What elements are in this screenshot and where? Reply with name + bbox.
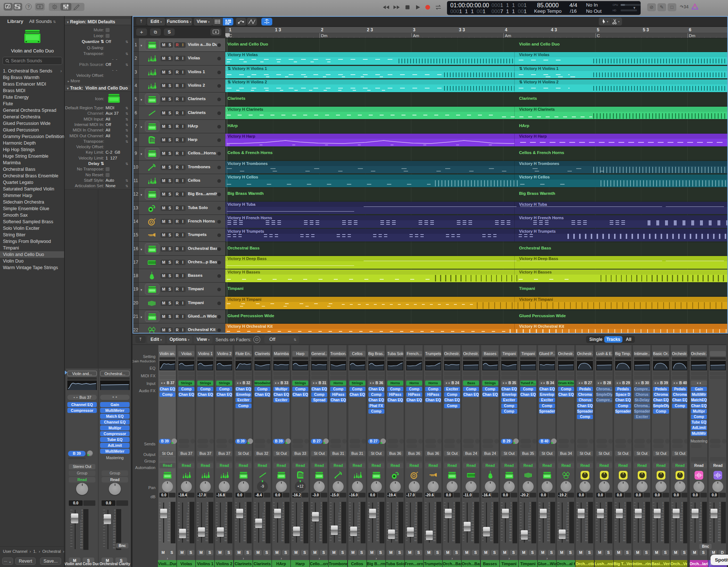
- svg-text:▾: ▾: [607, 20, 608, 23]
- svg-text:▾: ▾: [618, 20, 620, 23]
